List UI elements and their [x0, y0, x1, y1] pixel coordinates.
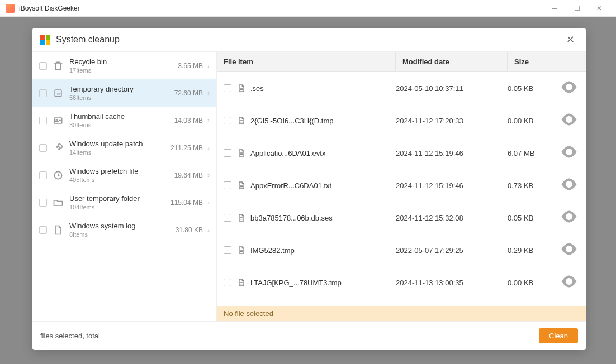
category-count: 17Items	[69, 67, 178, 74]
svg-point-5	[57, 146, 58, 147]
svg-point-6	[59, 148, 60, 149]
file-row[interactable]: IMG5282.tmp2022-05-07 17:29:250.29 KB	[217, 234, 586, 266]
category-count: 405Items	[69, 176, 174, 183]
category-count: 14Items	[69, 149, 170, 156]
category-sidebar: Recycle bin17Items3.65 MB›TMPTemporary d…	[32, 52, 217, 321]
category-name: User temporary folder	[69, 194, 170, 203]
file-name: 2{GI5~5OI6...C3H{(D.tmp	[250, 117, 396, 125]
category-size: 14.03 MB	[174, 117, 203, 124]
file-date: 2024-11-12 15:19:46	[396, 149, 508, 157]
file-row[interactable]: AppxErrorR...C6DA01.txt2024-11-12 15:19:…	[217, 169, 586, 202]
clean-button[interactable]: Clean	[539, 328, 578, 343]
category-image[interactable]: Thumbnail cache30Items14.03 MB›	[32, 107, 216, 134]
category-name: Temporary directory	[69, 85, 174, 93]
category-checkbox[interactable]	[39, 144, 47, 152]
file-icon	[237, 181, 246, 190]
preview-button[interactable]	[559, 109, 579, 132]
preview-button[interactable]	[559, 174, 579, 197]
category-checkbox[interactable]	[39, 199, 47, 207]
file-list[interactable]: .ses2024-05-10 10:37:110.05 KB2{GI5~5OI6…	[217, 72, 586, 306]
category-checkbox[interactable]	[39, 171, 47, 179]
file-checkbox[interactable]	[224, 149, 231, 157]
file-date: 2024-11-12 15:32:08	[396, 214, 508, 222]
file-checkbox[interactable]	[224, 279, 231, 286]
category-checkbox[interactable]	[39, 117, 47, 124]
preview-button[interactable]	[559, 207, 579, 229]
file-row[interactable]: Applicatio...6DA01.evtx2024-11-12 15:19:…	[217, 137, 586, 169]
category-name: Thumbnail cache	[69, 112, 174, 121]
file-size: 0.73 KB	[508, 181, 559, 190]
category-prefetch[interactable]: Windows prefetch file405Items19.64 MB›	[32, 161, 216, 189]
category-count: 30Items	[69, 122, 174, 128]
category-size: 115.04 MB	[170, 199, 203, 207]
modal-header: System cleanup ✕	[32, 28, 586, 52]
close-modal-button[interactable]: ✕	[563, 33, 578, 46]
close-window-button[interactable]: ✕	[588, 1, 610, 16]
file-date: 2024-11-13 13:00:35	[396, 279, 508, 287]
maximize-button[interactable]: ☐	[566, 1, 588, 16]
chevron-right-icon: ›	[207, 89, 210, 97]
patch-icon	[53, 142, 64, 154]
file-checkbox[interactable]	[224, 84, 231, 92]
minimize-button[interactable]: ─	[543, 1, 566, 16]
category-name: Recycle bin	[69, 58, 178, 66]
category-patch[interactable]: Windows update patch14Items211.25 MB›	[32, 134, 216, 161]
file-area: File item Modified date Size .ses2024-05…	[217, 52, 586, 321]
file-row[interactable]: mat-debug-5064.log2024-11-12 15:31:190.0…	[217, 299, 586, 306]
category-count: 56Items	[69, 94, 174, 101]
chevron-right-icon: ›	[207, 117, 210, 124]
file-checkbox[interactable]	[224, 246, 231, 254]
file-row[interactable]: bb3a785178...06b.db.ses2024-11-12 15:32:…	[217, 202, 586, 234]
category-size: 72.60 MB	[174, 89, 203, 97]
file-icon	[237, 84, 246, 93]
file-row[interactable]: LTAJG[KPG_...78UMT3.tmp2024-11-13 13:00:…	[217, 266, 586, 299]
preview-button[interactable]	[559, 239, 579, 261]
prefetch-icon	[53, 170, 64, 181]
col-header-size[interactable]: Size	[508, 52, 586, 71]
preview-button[interactable]	[559, 271, 579, 294]
file-size: 0.05 KB	[508, 214, 559, 222]
category-folder[interactable]: User temporary folder104Items115.04 MB›	[32, 189, 216, 216]
chevron-right-icon: ›	[207, 226, 210, 234]
log-icon	[53, 224, 64, 236]
file-date: 2024-05-10 10:37:11	[396, 84, 508, 93]
file-icon	[237, 246, 246, 255]
file-checkbox[interactable]	[224, 181, 231, 189]
category-size: 3.65 MB	[178, 62, 203, 70]
tmp-icon: TMP	[53, 88, 64, 99]
col-header-name[interactable]: File item	[217, 52, 396, 71]
file-name: bb3a785178...06b.db.ses	[250, 214, 396, 222]
modal-body: Recycle bin17Items3.65 MB›TMPTemporary d…	[32, 52, 586, 321]
category-trash[interactable]: Recycle bin17Items3.65 MB›	[32, 52, 216, 79]
file-size: 0.00 KB	[508, 117, 559, 125]
file-row[interactable]: 2{GI5~5OI6...C3H{(D.tmp2024-11-12 17:20:…	[217, 104, 586, 137]
file-checkbox[interactable]	[224, 214, 231, 222]
app-icon	[6, 4, 15, 13]
image-icon	[53, 115, 64, 126]
category-size: 19.64 MB	[174, 171, 203, 179]
file-name: LTAJG[KPG_...78UMT3.tmp	[250, 279, 396, 287]
svg-rect-4	[58, 143, 63, 148]
chevron-right-icon: ›	[207, 62, 210, 70]
folder-icon	[53, 197, 64, 208]
preview-button[interactable]	[559, 77, 579, 99]
category-log[interactable]: Windows system log8Items31.80 KB›	[32, 216, 216, 243]
category-checkbox[interactable]	[39, 226, 47, 234]
file-icon	[237, 213, 246, 222]
category-size: 211.25 MB	[170, 144, 203, 152]
chevron-right-icon: ›	[207, 144, 210, 152]
footer-selection-text: files selected, total	[40, 332, 539, 340]
category-checkbox[interactable]	[39, 89, 47, 97]
status-bar: No file selected	[217, 306, 586, 321]
category-tmp[interactable]: TMPTemporary directory56Items72.60 MB›	[32, 79, 216, 107]
col-header-date[interactable]: Modified date	[396, 52, 508, 71]
file-date: 2022-05-07 17:29:25	[396, 246, 508, 255]
file-row[interactable]: .ses2024-05-10 10:37:110.05 KB	[217, 72, 586, 104]
file-date: 2024-11-12 17:20:33	[396, 117, 508, 125]
category-checkbox[interactable]	[39, 62, 47, 70]
file-table-header: File item Modified date Size	[217, 52, 586, 72]
system-cleanup-modal: System cleanup ✕ Recycle bin17Items3.65 …	[32, 28, 586, 350]
file-checkbox[interactable]	[224, 117, 231, 124]
file-size: 6.07 MB	[508, 149, 559, 157]
preview-button[interactable]	[559, 142, 579, 164]
